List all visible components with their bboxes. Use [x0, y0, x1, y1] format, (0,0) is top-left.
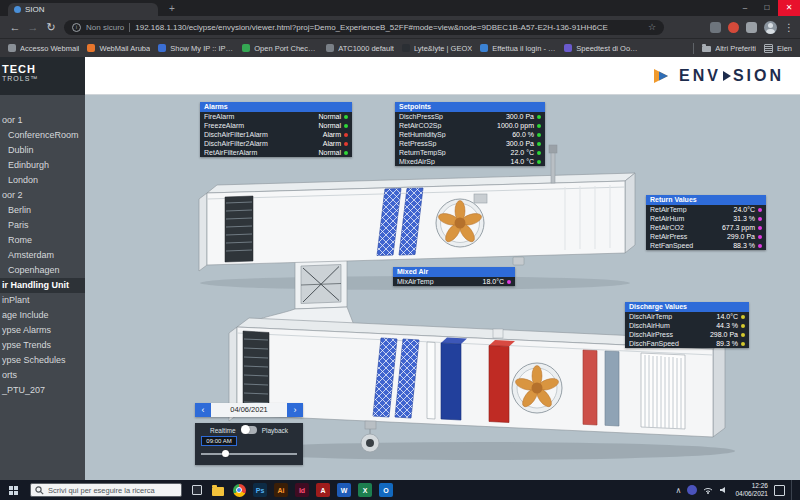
slider-thumb[interactable] — [222, 450, 229, 457]
sidebar-item-eclypse-trends[interactable]: ypse Trends — [0, 338, 85, 353]
panel-row: DischAirFilter1AlarmAlarm — [200, 130, 352, 139]
other-bookmarks-button[interactable]: Altri Preferiti — [702, 44, 756, 53]
bookmark-item[interactable]: Show My IP :: IP inf... — [158, 44, 234, 53]
notification-center-icon[interactable] — [774, 485, 785, 496]
sidebar-item-reports[interactable]: orts — [0, 368, 85, 383]
status-dot — [537, 133, 541, 137]
file-explorer-button[interactable] — [211, 483, 225, 497]
extensions-puzzle-icon[interactable] — [746, 22, 757, 33]
discharge-grille — [641, 353, 685, 429]
sidebar-item-air-handling-unit[interactable]: ir Handling Unit — [0, 278, 85, 293]
sidebar-item-page-include[interactable]: age Include — [0, 308, 85, 323]
panel-row: RetAirCO2Sp1000.0 ppm — [395, 121, 545, 130]
start-button[interactable] — [4, 480, 22, 500]
sidebar-item-copenhagen[interactable]: Copenhagen — [0, 263, 85, 278]
browser-address-bar: ← → ↻ i Non sicuro 192.168.1.130/eclypse… — [0, 16, 800, 38]
bookmark-item[interactable]: Lyte&lyte | GEOX — [402, 44, 472, 53]
bookmark-item[interactable]: WebMail Aruba — [87, 44, 150, 53]
discharge-values-panel: Discharge Values DischAirTemp14.0°C Disc… — [625, 302, 749, 348]
taskbar-apps: Ps Ai Id A W X O — [190, 483, 393, 497]
status-dot — [344, 151, 348, 155]
outlook-button[interactable]: O — [379, 483, 393, 497]
panel-row: RetAirHum31.3 % — [646, 214, 766, 223]
acrobat-button[interactable]: A — [316, 483, 330, 497]
tab-title: SION — [25, 5, 45, 14]
prev-day-button[interactable]: ‹ — [195, 403, 211, 417]
sidebar-item-conferenceroom[interactable]: ConferenceRoom — [0, 128, 85, 143]
url-input[interactable]: i Non sicuro 192.168.1.130/eclypse/envys… — [64, 20, 664, 35]
taskbar-search[interactable]: Scrivi qui per eseguire la ricerca — [30, 483, 182, 497]
bookmark-star-icon[interactable]: ☆ — [648, 22, 656, 32]
forward-icon[interactable]: → — [24, 21, 42, 33]
extension-icon[interactable] — [728, 22, 739, 33]
next-day-button[interactable]: › — [287, 403, 303, 417]
tray-expand-icon[interactable]: ∧ — [676, 486, 682, 495]
slider-track[interactable] — [201, 453, 297, 455]
illustrator-button[interactable]: Ai — [274, 483, 288, 497]
windows-logo-icon — [9, 486, 18, 495]
sidebar-item-ptu-207[interactable]: _PTU_207 — [0, 383, 85, 398]
bookmark-item[interactable]: Effettua il login - M... — [480, 44, 556, 53]
profile-avatar[interactable] — [764, 21, 777, 34]
teams-icon[interactable] — [687, 485, 697, 495]
sidebar-item-amsterdam[interactable]: Amsterdam — [0, 248, 85, 263]
sidebar-item-edinburgh[interactable]: Edinburgh — [0, 158, 85, 173]
excel-button[interactable]: X — [358, 483, 372, 497]
status-dot — [344, 124, 348, 128]
bookmark-item[interactable]: Open Port Check To... — [242, 44, 318, 53]
site-info-icon[interactable]: i — [72, 23, 81, 32]
reload-icon[interactable]: ↻ — [42, 21, 60, 34]
panel-row: DischFanSpeed89.3 % — [625, 339, 749, 348]
status-dot — [758, 208, 762, 212]
extensions-area: ⋮ — [710, 21, 794, 34]
toggle-knob[interactable] — [241, 425, 250, 434]
browser-tab-bar: SION + – □ ✕ — [0, 0, 800, 16]
sidebar-item-paris[interactable]: Paris — [0, 218, 85, 233]
timeline-slider[interactable] — [201, 450, 297, 458]
maximize-button[interactable]: □ — [756, 0, 778, 16]
volume-icon[interactable] — [719, 486, 729, 494]
sidebar-item-dublin[interactable]: Dublin — [0, 143, 85, 158]
panel-row: RetFanSpeed88.3 % — [646, 241, 766, 250]
sidebar-item-berlin[interactable]: Berlin — [0, 203, 85, 218]
extension-icon[interactable] — [710, 22, 721, 33]
sidebar-item-rome[interactable]: Rome — [0, 233, 85, 248]
sidebar-item-mainplant[interactable]: inPlant — [0, 293, 85, 308]
browser-tab[interactable]: SION — [8, 3, 158, 16]
panel-row: MixedAirSp14.0 °C — [395, 157, 545, 166]
close-button[interactable]: ✕ — [778, 0, 800, 16]
url-text: 192.168.1.130/eclypse/envysion/viewer.ht… — [135, 23, 643, 32]
sidebar-item-floor1[interactable]: oor 1 — [0, 113, 85, 128]
show-desktop-button[interactable] — [791, 480, 794, 500]
new-tab-button[interactable]: + — [166, 3, 178, 15]
taskbar-clock[interactable]: 12:26 04/06/2021 — [735, 482, 768, 498]
sidebar-item-eclypse-schedules[interactable]: ypse Schedules — [0, 353, 85, 368]
task-view-button[interactable] — [190, 483, 204, 497]
sidebar-item-eclypse-alarms[interactable]: ypse Alarms — [0, 323, 85, 338]
date-navigator: ‹ 04/06/2021 › — [195, 403, 303, 417]
current-date[interactable]: 04/06/2021 — [211, 403, 287, 417]
wifi-icon[interactable] — [703, 486, 713, 494]
bookmarks-bar: Accesso Webmail WebMail Aruba Show My IP… — [0, 38, 800, 57]
reading-list-icon — [764, 44, 773, 53]
realtime-playback-toggle[interactable] — [241, 426, 257, 434]
bookmark-item[interactable]: ATC1000 default — [326, 44, 394, 53]
word-button[interactable]: W — [337, 483, 351, 497]
playback-time[interactable]: 09:00 AM — [201, 436, 237, 446]
bookmark-item[interactable]: Speedtest di Ookla... — [564, 44, 640, 53]
bookmark-item[interactable]: Accesso Webmail — [8, 44, 79, 53]
search-icon — [35, 486, 44, 495]
reading-list-button[interactable]: Elen — [764, 44, 792, 53]
photoshop-button[interactable]: Ps — [253, 483, 267, 497]
folder-icon — [212, 487, 224, 496]
browser-menu-icon[interactable]: ⋮ — [784, 22, 794, 33]
chrome-button[interactable] — [232, 483, 246, 497]
folder-icon — [702, 46, 711, 52]
bookmarks-divider — [693, 43, 694, 54]
sidebar-item-floor2[interactable]: oor 2 — [0, 188, 85, 203]
sidebar-item-london[interactable]: London — [0, 173, 85, 188]
minimize-button[interactable]: – — [734, 0, 756, 16]
back-icon[interactable]: ← — [6, 21, 24, 33]
setpoints-panel: Setpoints DischPressSp300.0 Pa RetAirCO2… — [395, 102, 545, 166]
indesign-button[interactable]: Id — [295, 483, 309, 497]
